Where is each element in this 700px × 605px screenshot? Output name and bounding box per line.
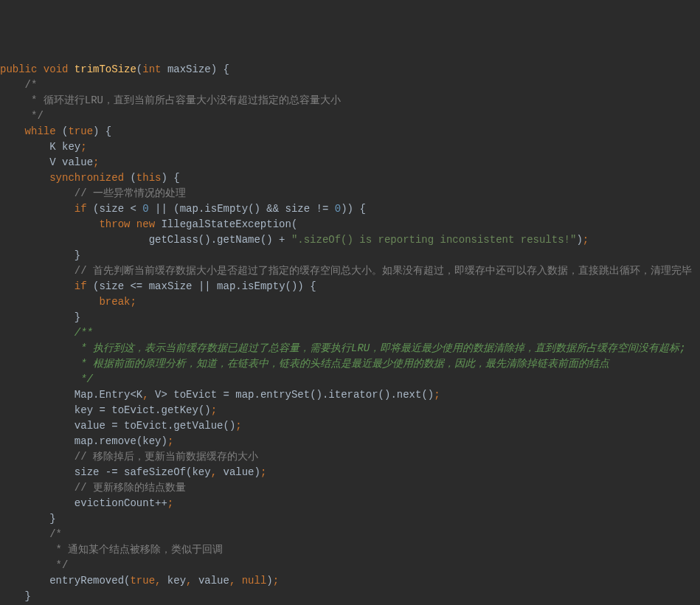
paren: ( — [87, 280, 100, 292]
semicolon: ; — [130, 296, 136, 308]
method-call: iterator — [328, 389, 378, 401]
line-1: public void trimToSize(int maxSize) { — [0, 63, 229, 75]
param: maxSize — [167, 63, 211, 75]
var: map — [217, 280, 235, 292]
keyword-void: void — [44, 63, 69, 75]
line-10: if (size < 0 || (map.isEmpty() && size !… — [0, 203, 366, 215]
semicolon: ; — [211, 404, 217, 416]
op: || — [192, 280, 217, 292]
var: evictionCount — [74, 497, 155, 509]
op: != — [310, 203, 335, 215]
op: = — [93, 404, 111, 416]
semicolon: ; — [93, 156, 99, 168]
line-16: break; — [0, 296, 136, 308]
comment-doc-line: /** — [0, 327, 93, 339]
var: key — [142, 435, 161, 447]
line-27: size -= safeSizeOf(key, value); — [0, 466, 266, 478]
paren: () — [223, 420, 236, 432]
comment-line: * 循环进行LRU，直到当前所占容量大小没有超过指定的总容量大小 — [0, 94, 341, 106]
line-6: K key; — [0, 141, 87, 153]
comma: , — [142, 389, 148, 401]
paren: () — [198, 404, 211, 416]
method-call: getKey — [161, 404, 198, 416]
paren: ) — [211, 63, 217, 75]
brace: } — [74, 311, 80, 323]
op: -= — [99, 466, 124, 478]
op: && — [260, 203, 285, 215]
comment-line: // 移除掉后，更新当前数据缓存的大小 — [0, 451, 258, 463]
var: map — [235, 389, 254, 401]
semicolon: ; — [235, 420, 241, 432]
line-17: } — [0, 311, 80, 323]
dot: . — [235, 280, 241, 292]
line-5: while (true) { — [0, 125, 111, 137]
paren: ) — [162, 435, 167, 447]
code-editor[interactable]: public void trimToSize(int maxSize) { /*… — [0, 62, 700, 605]
method-call: safeSizeOf — [124, 466, 186, 478]
var: key — [161, 575, 186, 587]
op: || ( — [149, 203, 180, 215]
comment-line: // 首先判断当前缓存数据大小是否超过了指定的缓存空间总大小。如果没有超过，即缓… — [0, 263, 692, 279]
var: size — [99, 280, 124, 292]
paren: ( — [124, 172, 136, 184]
keyword-if: if — [74, 280, 87, 292]
op: < — [124, 203, 142, 215]
line-34: entryRemoved(true, key, value, null); — [0, 575, 279, 587]
paren-brace: )) { — [341, 203, 366, 215]
keyword-int: int — [142, 63, 161, 75]
comment-line: * 通知某个结点被移除，类似于回调 — [0, 544, 223, 556]
var: size — [285, 203, 311, 215]
brace: { — [217, 63, 229, 75]
line-15: if (size <= maxSize || map.isEmpty()) { — [0, 280, 316, 292]
keyword-throw: throw — [99, 218, 130, 230]
paren: (). — [378, 389, 397, 401]
keyword-break: break — [99, 296, 130, 308]
line-22: Map.Entry<K, V> toEvict = map.entrySet()… — [0, 389, 440, 401]
paren: (). — [310, 389, 328, 401]
paren: ) — [254, 466, 260, 478]
var: value — [62, 156, 93, 168]
line-30: } — [0, 513, 56, 525]
method-call: next — [397, 389, 422, 401]
comment-line: // 一些异常情况的处理 — [0, 187, 186, 199]
paren-brace: ) { — [93, 125, 111, 137]
method-call: getName — [217, 234, 260, 246]
var: toEvict — [124, 420, 167, 432]
paren: ( — [56, 125, 69, 137]
line-12: getClass().getName() + ".sizeOf() is rep… — [0, 234, 589, 246]
paren: (). — [198, 234, 217, 246]
semicolon: ; — [167, 497, 173, 509]
method-name: trimToSize — [74, 63, 136, 75]
line-23: key = toEvict.getKey(); — [0, 404, 217, 416]
var: value — [217, 466, 254, 478]
paren: ( — [87, 203, 100, 215]
keyword-if: if — [74, 203, 87, 215]
type: Map.Entry<K — [74, 389, 142, 401]
paren: ) — [266, 575, 272, 587]
comment-line: */ — [0, 559, 68, 571]
comment-line: /* — [0, 79, 37, 91]
brace: } — [25, 590, 31, 602]
line-29: evictionCount++; — [0, 497, 173, 509]
var: maxSize — [149, 280, 193, 292]
keyword-public: public — [0, 63, 37, 75]
method-call: getClass — [149, 234, 198, 246]
paren-brace: ) { — [161, 172, 179, 184]
paren-brace: ) { — [297, 280, 316, 292]
keyword-true: true — [130, 575, 155, 587]
var: key — [192, 466, 210, 478]
semicolon: ; — [434, 389, 440, 401]
var: key — [62, 141, 80, 153]
var: map — [180, 203, 198, 215]
comment-line: */ — [0, 110, 44, 122]
var: value — [74, 420, 105, 432]
method-call: entryRemoved — [49, 575, 124, 587]
semicolon: ; — [273, 575, 279, 587]
number: 0 — [142, 203, 148, 215]
op: ++ — [155, 497, 167, 509]
method-call: isEmpty — [204, 203, 248, 215]
op: <= — [124, 280, 149, 292]
var: value — [192, 575, 229, 587]
line-8: synchronized (this) { — [0, 172, 180, 184]
var: toEvict — [111, 404, 155, 416]
